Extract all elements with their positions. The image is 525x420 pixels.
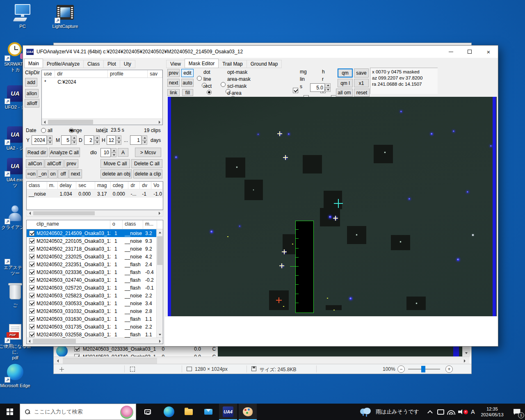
eq-on-button[interactable]: =on (26, 169, 37, 178)
allcoff-button[interactable]: allCoff (45, 159, 64, 168)
zoom-out-button[interactable]: − (397, 365, 405, 373)
clip-checkbox[interactable] (29, 332, 34, 337)
save-mask-button[interactable]: save (354, 68, 369, 78)
class-col-class[interactable]: class (27, 182, 47, 189)
clip-checkbox[interactable] (29, 262, 34, 267)
class-col-Vo[interactable]: Vo (151, 182, 163, 189)
tray-tablet-button[interactable] (436, 404, 445, 420)
clip-row[interactable]: M20240502_220105_Osaka03_121__noise9.3 (27, 237, 156, 245)
next-clip-button[interactable]: next (69, 169, 82, 178)
off-button[interactable]: off (58, 169, 68, 178)
dir-col-profile[interactable]: profile (108, 70, 148, 78)
zoom-in-button[interactable]: + (445, 365, 453, 373)
mask-editor-canvas[interactable] (168, 97, 497, 316)
selected-mask-rect[interactable] (295, 221, 314, 313)
underscore-on-button[interactable]: _on (37, 169, 48, 178)
move-call-button[interactable]: Move C all (100, 159, 130, 168)
clip-col-o[interactable]: o (110, 220, 123, 229)
x1-button[interactable]: x1 (354, 79, 369, 87)
month-spinner[interactable]: 5 (61, 135, 77, 145)
shape-radio-dot[interactable] (197, 76, 202, 81)
paint-hscrollbar[interactable] (54, 356, 470, 365)
clip-checkbox[interactable] (29, 301, 34, 306)
notification-center-button[interactable]: 1 (509, 404, 525, 420)
tab-trail-map[interactable]: Trail Map (218, 60, 247, 68)
clip-checkbox[interactable] (29, 277, 34, 283)
mask-square[interactable] (324, 191, 342, 209)
dir-list-hscrollbar[interactable] (42, 119, 162, 125)
tab-mask-editor[interactable]: Mask Editor (185, 59, 219, 68)
class-col-dv[interactable]: dv (140, 182, 151, 189)
search-highlight-flower-icon[interactable] (120, 406, 133, 419)
analyze-call-button[interactable]: Analyze C all (49, 148, 80, 157)
class-col-cdeg[interactable]: cdeg (111, 182, 129, 189)
clip-list-vscrollbar[interactable] (156, 229, 163, 338)
mask-next-button[interactable]: next (167, 79, 180, 87)
mask-link-button[interactable]: link (167, 89, 180, 96)
mask-square[interactable] (391, 235, 410, 250)
clip-checkbox[interactable] (29, 231, 34, 236)
desktop-icon-lightcapture[interactable]: ↗LightCapture (48, 3, 82, 29)
clip-checkbox[interactable] (29, 238, 34, 244)
read-dir-button[interactable]: Read dir (26, 148, 48, 157)
tray-chevron-button[interactable] (425, 404, 435, 420)
taskbar-mail-button[interactable] (199, 404, 217, 420)
dir-list[interactable]: usedirprofilesav *C:¥2024 (41, 70, 163, 125)
clip-row[interactable]: M20240503_031630_Osaka03_121__flash1.1 (27, 315, 156, 323)
class-table[interactable]: classm.delaysecmagcdegdrdvVo __noise1.03… (26, 181, 163, 210)
tray-weather-button[interactable]: 雨は止みそうです (360, 404, 422, 420)
mask-prev-button[interactable]: prev (167, 69, 180, 77)
reset-button[interactable]: reset (354, 89, 370, 97)
allon-button[interactable]: allon (25, 89, 39, 98)
class-table-hscrollbar[interactable] (26, 210, 163, 217)
mask-edit-button[interactable]: edit (181, 69, 194, 77)
mask-square[interactable] (226, 158, 245, 178)
clip-row[interactable]: M20240503_023336_Osaka03_121__flash-0.4 (27, 268, 156, 276)
delete-call-button[interactable]: Delete C all (131, 159, 162, 168)
mask-square[interactable] (303, 155, 322, 173)
start-button[interactable] (0, 404, 20, 420)
qml-button[interactable]: qm l (338, 79, 353, 87)
clip-row[interactable]: M20240503_031735_Osaka03_121__noise2.2 (27, 323, 156, 331)
maximize-button[interactable] (460, 46, 479, 58)
class-col-delay[interactable]: delay (58, 182, 77, 189)
clip-checkbox[interactable] (29, 246, 34, 251)
day-spinner[interactable]: 2 (84, 135, 100, 145)
delete-clip-button[interactable]: delete a clip (133, 169, 162, 178)
taskbar-explorer-button[interactable] (180, 404, 198, 420)
tab-ground-map[interactable]: Ground Map (247, 60, 282, 68)
clip-checkbox[interactable] (29, 285, 34, 290)
days-spinner[interactable]: 1 (130, 135, 147, 145)
qm-button[interactable]: qm (338, 68, 353, 78)
clip-col-clipname[interactable]: clip_name (27, 220, 110, 229)
minimize-button[interactable] (441, 46, 460, 58)
dir-col-use[interactable]: use (42, 70, 55, 78)
clip-row[interactable]: M20240502_214509_Osaka03_121__noise3.2 (27, 229, 156, 237)
tray-clock[interactable]: 12:35 2024/05/13 (477, 404, 507, 420)
allom-button[interactable]: all om (336, 89, 353, 97)
taskbar-ua4-button[interactable]: UA4 (219, 404, 237, 420)
tray-network-button[interactable] (446, 404, 456, 420)
tab-view[interactable]: View (166, 60, 185, 68)
search-box[interactable]: ここに入力して検索 (20, 404, 136, 420)
tab-class[interactable]: Class (83, 60, 104, 68)
dir-col-dir[interactable]: dir (55, 70, 108, 78)
s-value-spinner[interactable]: 5.0 (310, 83, 331, 92)
title-bar[interactable]: UA4 UFOAnalyzerV4 V4.21 (64bit) c:¥2024¥… (23, 46, 498, 58)
clip-row[interactable]: M20240503_030533_Osaka03_121__noise3.4 (27, 299, 156, 307)
desktop-icon-edge[interactable]: ↗Microsoft Edge (0, 363, 32, 388)
clip-checkbox[interactable] (29, 269, 34, 275)
close-button[interactable]: × (479, 46, 498, 58)
clip-row[interactable]: M20240503_031032_Osaka03_121__noise2.8 (27, 307, 156, 315)
clip-list[interactable]: clip_nameoclassm... M20240502_214509_Osa… (26, 220, 163, 344)
clip-row[interactable]: M20240503_025720_Osaka03_121__flash-0.1 (27, 284, 156, 292)
mask-fill-button[interactable]: fill (182, 89, 193, 96)
class-col-m[interactable]: m. (47, 182, 58, 189)
on-button[interactable]: on (48, 169, 57, 178)
clip-row[interactable]: M20240503_025823_Osaka03_121__noise2.2 (27, 292, 156, 299)
clip-row[interactable]: M20240502_231718_Osaka03_121__noise9.2 (27, 245, 156, 253)
task-view-button[interactable] (139, 404, 157, 420)
mask-type-radio-opt-mask[interactable] (221, 82, 226, 87)
dlo-spinner[interactable]: 10 (100, 148, 116, 157)
tray-volume-button[interactable]: × (456, 404, 467, 420)
